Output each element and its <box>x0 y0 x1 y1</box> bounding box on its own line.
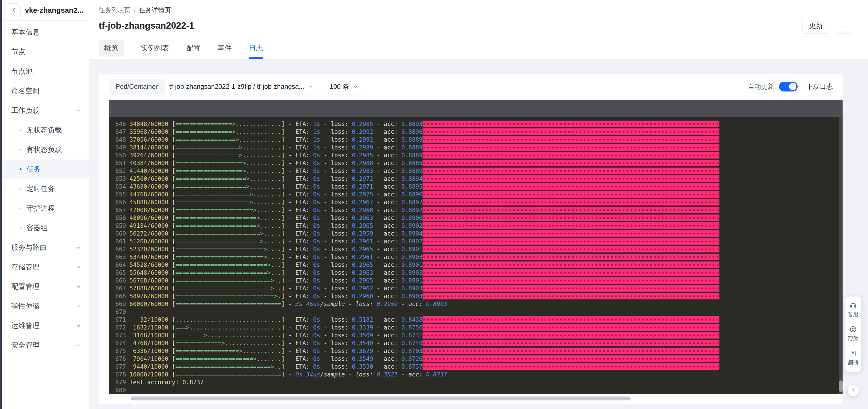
tab-实例列表[interactable]: 实例列表 <box>141 38 169 59</box>
log-line: 664 54528/60000 [=======================… <box>115 261 843 269</box>
log-line: 657 47008/60000 [======================>… <box>115 206 843 214</box>
tab-事件[interactable]: 事件 <box>217 38 232 59</box>
bullet-dot-icon <box>20 149 22 151</box>
ansi-highlight-block <box>423 230 719 237</box>
chevron-down-icon <box>75 284 82 290</box>
sidebar-item-label: 基本信息 <box>11 27 82 37</box>
tab-概览[interactable]: 概览 <box>99 38 124 59</box>
sidebar-item[interactable]: 安全管理 <box>2 335 89 355</box>
ansi-highlight-block <box>423 191 719 198</box>
back-button[interactable] <box>7 3 21 17</box>
float-item-label: 帮助 <box>847 335 859 343</box>
sidebar-item[interactable]: 运维管理 <box>2 316 89 335</box>
sidebar-item-label: 有状态负载 <box>26 145 82 155</box>
log-line: 662 52320/60000 [=======================… <box>115 245 843 253</box>
log-line: 654 43680/60000 [====================>..… <box>115 183 843 191</box>
log-line: 661 51200/60000 [=======================… <box>115 237 843 245</box>
sidebar-item-label: 工作负载 <box>11 106 75 115</box>
log-lines: 646 34848/60000 [================>......… <box>115 120 843 394</box>
sidebar-item[interactable]: 服务与路由 <box>2 238 89 257</box>
app-root: vke-zhangsan2... 基本信息节点节点池命名空间工作负载无状态负载有… <box>0 0 868 409</box>
sidebar-item-label: 命名空间 <box>11 86 82 96</box>
window-edge <box>0 0 2 409</box>
tab-label: 日志 <box>249 43 263 53</box>
more-button[interactable]: ··· <box>835 18 852 33</box>
chevron-down-icon <box>75 303 82 309</box>
sidebar-item-label: 守护进程 <box>26 204 82 213</box>
pod-container-select[interactable]: tf-job-zhangsan2022-1-z9fjp / tf-job-zha… <box>164 79 319 94</box>
pod-container-label: Pod/Container <box>109 79 164 94</box>
chevron-right-icon <box>850 387 857 393</box>
sidebar-item[interactable]: 容器组 <box>2 218 89 238</box>
sidebar-item[interactable]: 命名空间 <box>2 81 89 101</box>
horizontal-scrollbar-track <box>109 396 843 402</box>
cluster-title: vke-zhangsan2... <box>25 6 84 14</box>
ansi-highlight-block <box>423 269 719 276</box>
tab-日志[interactable]: 日志 <box>249 38 263 59</box>
bullet-dot-icon <box>20 207 22 209</box>
bullet-dot-icon <box>20 188 22 190</box>
log-line: 675 6336/10000 [==================>.....… <box>115 347 843 355</box>
log-pane-header <box>109 100 843 117</box>
log-line: 652 41440/60000 [===================>...… <box>115 167 843 175</box>
toggle-knob <box>789 83 797 90</box>
sidebar-item-label: 配置管理 <box>11 282 75 292</box>
sidebar-item[interactable]: 有状态负载 <box>2 140 89 159</box>
sidebar-item[interactable]: 基本信息 <box>2 23 89 42</box>
log-line: 656 45888/60000 [=====================>.… <box>115 198 843 206</box>
collapse-button[interactable] <box>847 384 859 396</box>
log-line: 659 49184/60000 [=======================… <box>115 222 843 230</box>
breadcrumb-current: 任务详情页 <box>139 6 171 14</box>
sidebar-item[interactable]: 工作负载 <box>2 101 89 120</box>
sidebar-item[interactable]: 节点 <box>2 42 89 62</box>
auto-refresh-label: 自动更新 <box>748 82 774 91</box>
log-line: 668 58976/60000 [=======================… <box>115 292 843 300</box>
float-item-帮助[interactable]: 帮助 <box>847 326 859 343</box>
sidebar-item[interactable]: 存储管理 <box>2 257 89 277</box>
ansi-highlight-block <box>423 222 719 229</box>
sidebar-item[interactable]: 节点池 <box>2 62 89 81</box>
ansi-highlight-block <box>423 144 719 151</box>
log-line: 670 <box>115 308 843 316</box>
bullet-dot-icon <box>20 168 22 170</box>
floating-toolbar: 客服帮助调研 <box>845 296 861 372</box>
tab-配置[interactable]: 配置 <box>186 38 200 59</box>
headset-icon <box>849 301 857 309</box>
sidebar-item[interactable]: 定时任务 <box>2 179 89 199</box>
sidebar-item[interactable]: 无状态负载 <box>2 120 89 140</box>
ansi-highlight-block <box>423 168 719 174</box>
download-logs-link[interactable]: 下载日志 <box>806 82 833 91</box>
horizontal-scrollbar-thumb[interactable] <box>131 397 631 401</box>
sidebar: vke-zhangsan2... 基本信息节点节点池命名空间工作负载无状态负载有… <box>2 0 89 409</box>
ansi-highlight-block <box>423 348 719 354</box>
vertical-scrollbar-thumb[interactable] <box>839 380 843 392</box>
ansi-highlight-block <box>423 128 719 135</box>
log-line: 666 56768/60000 [=======================… <box>115 277 843 285</box>
float-item-客服[interactable]: 客服 <box>847 301 859 318</box>
main-area: 任务列表页 / 任务详情页 tf-job-zhangsan2022-1 更新 ·… <box>89 0 868 409</box>
smiley-icon <box>849 326 857 333</box>
sidebar-item[interactable]: 任务 <box>2 159 89 179</box>
breadcrumb-parent[interactable]: 任务列表页 <box>99 6 130 14</box>
ansi-highlight-block <box>423 332 719 339</box>
log-line: 663 53440/60000 [=======================… <box>115 253 843 261</box>
sidebar-item[interactable]: 配置管理 <box>2 277 89 296</box>
log-line: 672 1632/10000 [===>....................… <box>115 324 843 331</box>
tab-label: 配置 <box>186 43 200 53</box>
ansi-highlight-block <box>423 199 719 205</box>
ansi-highlight-block <box>423 152 719 158</box>
auto-refresh-toggle[interactable] <box>779 82 798 91</box>
ansi-highlight-block <box>423 246 719 253</box>
log-card: Pod/Container tf-job-zhangsan2022-1-z9fj… <box>99 74 843 404</box>
update-button[interactable]: 更新 <box>803 18 829 33</box>
log-output[interactable]: 646 34848/60000 [================>......… <box>109 117 843 394</box>
float-item-调研[interactable]: 调研 <box>847 350 859 367</box>
chevron-left-icon <box>10 7 17 14</box>
ansi-highlight-block <box>423 262 719 268</box>
sidebar-item[interactable]: 弹性伸缩 <box>2 296 89 316</box>
sidebar-item-label: 容器组 <box>26 223 82 233</box>
ansi-highlight-block <box>423 160 719 166</box>
sidebar-item-label: 无状态负载 <box>26 125 82 135</box>
line-count-select[interactable]: 100 条 <box>324 79 364 94</box>
sidebar-item[interactable]: 守护进程 <box>2 199 89 218</box>
